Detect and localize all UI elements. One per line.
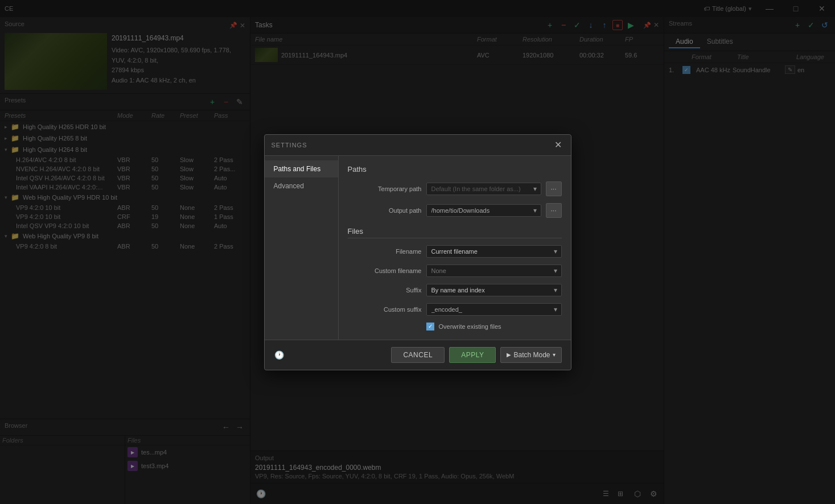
- apply-button[interactable]: APPLY: [449, 347, 496, 363]
- batch-dropdown-icon: ▾: [553, 352, 556, 358]
- custom-filename-wrapper: [426, 265, 562, 277]
- overwrite-row: ✓ Overwrite existing files: [426, 323, 562, 331]
- output-path-row: Output path ···: [348, 203, 562, 218]
- suffix-select-wrapper: By name and index: [426, 284, 562, 296]
- temporary-path-select-wrapper: Default (In the same folder as...): [426, 183, 541, 195]
- modal-sidebar: Paths and Files Advanced: [265, 156, 339, 340]
- checkmark-icon: ✓: [428, 323, 433, 329]
- temporary-path-row: Temporary path Default (In the same fold…: [348, 181, 562, 196]
- files-section-title: Files: [348, 227, 562, 238]
- custom-filename-label: Custom filename: [348, 267, 422, 274]
- custom-suffix-wrapper: [426, 303, 562, 316]
- cancel-button[interactable]: CANCEL: [391, 347, 445, 363]
- play-batch-icon: ▶: [507, 352, 511, 358]
- overwrite-checkbox[interactable]: ✓: [426, 323, 434, 331]
- modal-footer: 🕐 CANCEL APPLY ▶ Batch Mode ▾: [265, 340, 571, 370]
- settings-modal: SETTINGS ✕ Paths and Files Advanced Path…: [264, 134, 571, 370]
- overwrite-label: Overwrite existing files: [439, 323, 501, 330]
- filename-row: Filename Current filename: [348, 245, 562, 258]
- modal-body: Paths and Files Advanced Paths Temporary…: [265, 156, 571, 340]
- filename-select-wrapper: Current filename: [426, 245, 562, 258]
- custom-suffix-input[interactable]: [426, 303, 562, 316]
- batch-mode-button[interactable]: ▶ Batch Mode ▾: [500, 347, 561, 363]
- nav-advanced[interactable]: Advanced: [265, 177, 338, 195]
- filename-select[interactable]: Current filename: [426, 245, 562, 258]
- custom-suffix-row: Custom suffix: [348, 303, 562, 316]
- modal-close-button[interactable]: ✕: [552, 139, 564, 151]
- modal-title: SETTINGS: [272, 142, 307, 148]
- custom-filename-input[interactable]: [426, 265, 562, 277]
- filename-label: Filename: [348, 248, 422, 255]
- output-path-input[interactable]: [426, 204, 541, 217]
- custom-suffix-label: Custom suffix: [348, 306, 422, 313]
- nav-paths-and-files[interactable]: Paths and Files: [265, 160, 338, 177]
- suffix-select[interactable]: By name and index: [426, 284, 562, 296]
- output-path-select-wrapper: [426, 204, 541, 217]
- suffix-row: Suffix By name and index: [348, 284, 562, 296]
- suffix-label: Suffix: [348, 287, 422, 294]
- temporary-path-label: Temporary path: [348, 185, 422, 192]
- paths-section-title: Paths: [348, 165, 562, 173]
- temporary-path-input[interactable]: Default (In the same folder as...): [426, 183, 541, 195]
- back-history-button[interactable]: 🕐: [274, 349, 285, 361]
- output-path-browse-button[interactable]: ···: [546, 203, 562, 218]
- modal-overlay: SETTINGS ✕ Paths and Files Advanced Path…: [0, 0, 835, 504]
- custom-filename-row: Custom filename: [348, 265, 562, 277]
- temporary-path-browse-button[interactable]: ···: [546, 181, 562, 196]
- modal-content: Paths Temporary path Default (In the sam…: [339, 156, 571, 340]
- modal-title-bar: SETTINGS ✕: [265, 135, 571, 156]
- footer-left: 🕐: [274, 347, 387, 363]
- output-path-label: Output path: [348, 207, 422, 214]
